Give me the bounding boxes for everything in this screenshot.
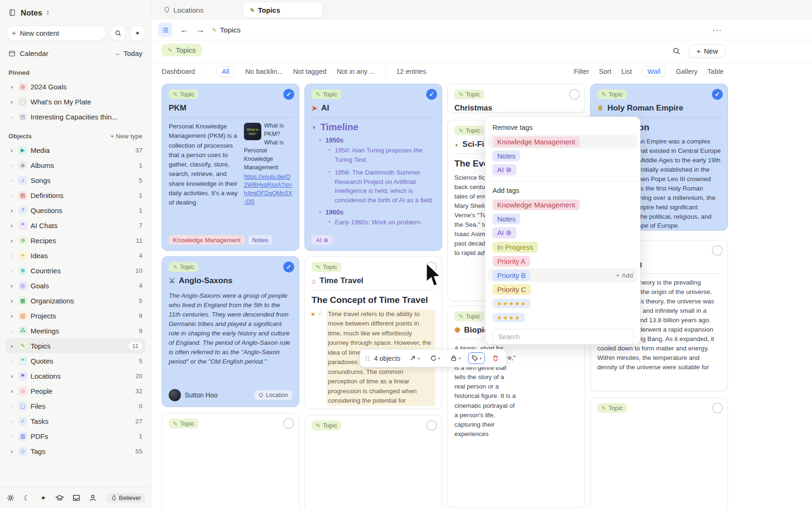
chevron-right-icon[interactable]: › — [8, 297, 15, 304]
sidebar-item-organizations[interactable]: ›▦Organizations5 — [6, 293, 145, 308]
filter-not-tagged[interactable]: Not tagged — [293, 68, 327, 75]
menu-item-add-four-stars[interactable]: ★★★★ — [488, 310, 637, 325]
sort-button[interactable]: Sort — [599, 68, 612, 75]
toc-button[interactable] — [158, 23, 172, 37]
sidebar-item-questions[interactable]: ›?Questions1 — [6, 203, 145, 218]
view-wall[interactable]: Wall — [642, 66, 666, 77]
tag-notes[interactable]: Notes — [248, 235, 273, 245]
sidebar-item-files[interactable]: ›▢Files0 — [6, 398, 145, 413]
selected-checkbox[interactable] — [283, 262, 294, 272]
new-content-button[interactable]: + New content — [6, 25, 107, 41]
card-ai[interactable]: ✎Topic ➤AI ▼Timeline •1950s •1950: Alan … — [304, 84, 442, 251]
sidebar-item-ideas[interactable]: ›✦Ideas4 — [6, 248, 145, 263]
account-button[interactable] — [88, 493, 97, 503]
timeline-heading[interactable]: ▼Timeline — [312, 122, 435, 133]
sidebar-item-meetings[interactable]: ›⁂Meetings9 — [6, 323, 145, 338]
chevron-right-icon[interactable]: › — [8, 207, 15, 214]
filter-button[interactable]: Filter — [574, 68, 589, 75]
view-table[interactable]: Table — [707, 68, 724, 75]
menu-item-add-priority-c[interactable]: Priority C — [488, 282, 637, 296]
tag-ai[interactable]: AI ⊛ — [312, 235, 333, 245]
wand-icon[interactable]: ✦ — [39, 493, 48, 503]
chevron-right-icon[interactable]: › — [8, 312, 15, 319]
select-checkbox[interactable] — [283, 418, 294, 429]
menu-item-add-knowledge-management[interactable]: Knowledge Management — [488, 198, 637, 212]
chevron-right-icon[interactable]: › — [8, 448, 15, 455]
video-thumbnail[interactable]: What is KM? — [244, 123, 261, 140]
sidebar-item-countries[interactable]: ›⊕Countries10 — [6, 263, 145, 278]
lock-button[interactable]: ▾ — [447, 353, 464, 364]
tag-search-input[interactable] — [492, 329, 634, 345]
chevron-right-icon[interactable]: › — [8, 222, 15, 229]
chevron-right-icon[interactable]: › — [8, 147, 15, 154]
chevron-right-icon[interactable]: › — [8, 403, 15, 410]
pinned-item-interesting-capacities[interactable]: › ▤ Interesting Capacities thin... — [6, 109, 145, 124]
settings-button[interactable] — [6, 493, 15, 503]
menu-item-remove-notes[interactable]: Notes — [488, 149, 637, 163]
tab-topics[interactable]: ✎ Topics — [243, 2, 322, 18]
menu-item-add-notes[interactable]: Notes — [488, 212, 637, 226]
select-checkbox[interactable] — [569, 89, 580, 100]
sidebar-item-locations[interactable]: ›⚑Locations20 — [6, 368, 145, 383]
delete-button[interactable] — [489, 353, 502, 364]
chevron-right-icon[interactable]: › — [8, 342, 15, 349]
chevron-right-icon[interactable]: › — [8, 282, 15, 289]
sidebar-item-quotes[interactable]: ›❝Quotes5 — [6, 353, 145, 368]
chevron-right-icon[interactable]: › — [8, 177, 15, 184]
media-link[interactable]: https://youtu.be/Q2WBHyqRsxA?si=h4mjDFDg… — [244, 173, 292, 206]
location-pill[interactable]: Location — [254, 390, 292, 400]
search-button[interactable] — [110, 25, 126, 41]
sidebar-item-albums[interactable]: ›◉Albums1 — [6, 158, 145, 173]
today-link[interactable]: → Today — [114, 49, 142, 57]
star-icon[interactable]: ☆ — [318, 310, 323, 406]
chevron-right-icon[interactable]: › — [8, 418, 15, 425]
chevron-right-icon[interactable]: › — [8, 433, 15, 440]
sync-button[interactable]: ▾ — [427, 353, 444, 364]
workspace-switcher[interactable]: Notes ▴▾ — [6, 7, 145, 19]
card-partial[interactable]: ✎Topic — [162, 413, 299, 508]
card-pkm[interactable]: ✎Topic PKM Personal Knowledge Management… — [162, 84, 299, 251]
card-partial[interactable]: ✎Topic — [304, 415, 442, 508]
view-gallery[interactable]: Gallery — [676, 68, 697, 75]
chevron-right-icon[interactable]: › — [8, 357, 15, 365]
inbox-tray-button[interactable] — [71, 493, 81, 503]
sidebar-item-definitions[interactable]: ›▤Definitions1 — [6, 188, 145, 203]
chevron-right-icon[interactable]: › — [8, 98, 15, 105]
sidebar-item-ai-chats[interactable]: ›❞AI Chats7 — [6, 218, 145, 233]
sidebar-item-tags[interactable]: ›◇Tags55 — [6, 444, 145, 459]
sidebar-item-people[interactable]: ›☺People32 — [6, 383, 145, 398]
card-time-travel[interactable]: ✎Topic ⌂Time Travel The Concept of Time … — [304, 256, 442, 409]
tag-knowledge-management[interactable]: Knowledge Management — [169, 235, 245, 245]
back-button[interactable]: ← — [180, 25, 188, 35]
more-options-button[interactable]: ⋯ — [712, 24, 723, 36]
linked-entity[interactable]: Sutton Hoo — [185, 391, 250, 399]
filter-dashboard[interactable]: Dashboard — [162, 68, 195, 75]
menu-item-add-ai[interactable]: AI ⊛ — [488, 226, 637, 240]
chevron-right-icon[interactable]: › — [8, 267, 15, 274]
chevron-right-icon[interactable]: › — [8, 373, 15, 380]
sidebar-item-goals[interactable]: ›◎Goals4 — [6, 278, 145, 293]
add-button[interactable]: +Add — [616, 272, 633, 279]
menu-item-add-in-progress[interactable]: In Progress — [488, 240, 637, 254]
sidebar-item-tasks[interactable]: ›✓Tasks27 — [6, 413, 145, 429]
menu-item-add-priority-b[interactable]: Priority B +Add — [488, 268, 637, 282]
card-anglo-saxons[interactable]: ✎Topic ⚔Anglo-Saxons The Anglo-Saxons we… — [162, 256, 299, 407]
menu-item-add-five-stars[interactable]: ★★★★★ — [488, 296, 637, 310]
chevron-right-icon[interactable]: › — [8, 237, 15, 244]
chevron-right-icon[interactable]: › — [8, 162, 15, 169]
convert-button[interactable]: ▾ — [406, 353, 423, 364]
menu-item-remove-ai[interactable]: AI ⊛ — [488, 163, 637, 177]
plan-badge[interactable]: Believer — [107, 493, 145, 503]
sidebar-item-songs[interactable]: ›♪Songs5 — [6, 173, 145, 188]
selected-checkbox[interactable] — [283, 89, 294, 100]
avatar[interactable] — [169, 389, 181, 401]
selected-checkbox[interactable] — [712, 89, 723, 100]
filter-all[interactable]: All — [216, 66, 235, 77]
menu-item-remove-knowledge-management[interactable]: Knowledge Management — [488, 135, 637, 149]
sidebar-item-pdfs[interactable]: ›▥PDFs1 — [6, 429, 145, 444]
chevron-right-icon[interactable]: › — [8, 83, 15, 90]
chevron-right-icon[interactable]: › — [8, 192, 15, 199]
new-button[interactable]: + New — [689, 44, 726, 58]
pinned-item-2024-goals[interactable]: › ◎ 2024 Goals — [6, 79, 145, 94]
pinned-item-whats-on-my-plate[interactable]: › ◯ What's on My Plate — [6, 94, 145, 109]
